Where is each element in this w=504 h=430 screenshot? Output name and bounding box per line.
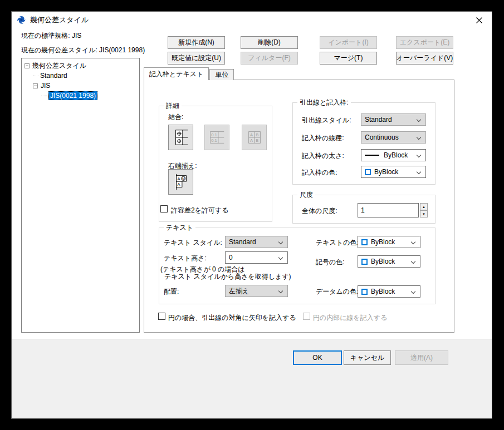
text-style-label: テキスト スタイル: <box>164 238 222 248</box>
delete-button[interactable]: 削除(D) <box>241 36 298 49</box>
cancel-button[interactable]: キャンセル <box>344 350 391 365</box>
frame-color-value: ByBlock <box>374 168 398 176</box>
text-color-combo[interactable]: ByBlock <box>358 236 420 248</box>
join-datum-icon: A B A B <box>245 127 264 147</box>
tree-connector <box>33 76 38 76</box>
tree-node-label-selected[interactable]: JIS(0021 1998) <box>48 91 97 100</box>
overall-scale-label: 全体の尺度: <box>302 206 337 216</box>
join-label: 結合: <box>168 112 183 122</box>
style-tree[interactable]: 幾何公差スタイル Standard JIS JIS(0021 1998) <box>21 58 140 333</box>
set-default-button[interactable]: 既定値に設定(U) <box>168 52 225 65</box>
symbol-color-value: ByBlock <box>371 258 395 265</box>
allow-tolerance2-label: 許容差2を許可する <box>171 206 229 215</box>
ok-button[interactable]: OK <box>293 350 342 365</box>
tree-node-label[interactable]: 幾何公差スタイル <box>32 61 86 71</box>
override-button[interactable]: オーバーライド(V) <box>396 52 453 65</box>
symbol-color-label: 記号の色: <box>316 258 345 267</box>
filter-button: フィルター(F) <box>241 52 298 65</box>
import-button: インポート(I) <box>320 36 377 49</box>
leader-style-value: Standard <box>365 116 392 123</box>
chevron-down-icon <box>417 117 421 122</box>
text-style-combo[interactable]: Standard <box>225 236 288 248</box>
frame-color-label: 記入枠の色: <box>302 168 337 177</box>
chevron-down-icon <box>278 255 283 260</box>
datum-color-value: ByBlock <box>371 288 395 295</box>
tree-node-label[interactable]: Standard <box>40 72 67 80</box>
scale-spin-down-button[interactable]: ▼ <box>420 210 428 218</box>
svg-text:A: A <box>249 132 253 137</box>
tree-node-jis-0021-1998[interactable]: JIS(0021 1998) <box>22 91 139 101</box>
frame-lineweight-value: ByBlock <box>384 151 408 159</box>
byblock-color-swatch <box>361 289 368 295</box>
frame-lineweight-combo[interactable]: ByBlock <box>361 149 426 161</box>
current-standard-label: 現在の標準規格: JIS <box>21 31 81 41</box>
datum-color-combo[interactable]: ByBlock <box>358 285 420 298</box>
right-align-button[interactable]: A M A <box>168 169 193 195</box>
app-icon <box>17 16 26 24</box>
export-button: エクスポート(E) <box>396 36 453 49</box>
arrow-on-circle-label: 円の場合、引出線の対角に矢印を記入する <box>168 313 296 323</box>
text-height-combo[interactable]: 0 <box>225 251 288 264</box>
join-datum-button: A B A B <box>242 125 267 150</box>
line-inside-circle-checkbox <box>303 313 310 320</box>
frame-and-text-panel: 詳細 結合: 0.1 0.1 <box>144 80 454 333</box>
tab-units[interactable]: 単位 <box>209 69 234 80</box>
svg-text:A: A <box>249 138 253 143</box>
leader-style-combo[interactable]: Standard <box>361 113 426 126</box>
tab-frame-and-text[interactable]: 記入枠とテキスト <box>144 67 209 80</box>
alignment-value: 左揃え <box>229 286 249 296</box>
join-tolerance-icon: 0.1 0.1 <box>208 127 227 147</box>
alignment-label: 配置: <box>164 287 179 296</box>
datum-color-label: データムの色: <box>316 287 358 296</box>
chevron-down-icon <box>417 170 421 174</box>
tree-node-root[interactable]: 幾何公差スタイル <box>22 61 139 71</box>
tree-collapse-icon[interactable] <box>25 63 30 68</box>
svg-text:0.1: 0.1 <box>211 132 217 137</box>
allow-tolerance2-checkbox[interactable] <box>160 205 168 212</box>
join-merge-button[interactable] <box>168 125 193 150</box>
leader-frame-group-title: 引出線と記入枠: <box>297 98 351 107</box>
symbol-color-combo[interactable]: ByBlock <box>358 255 420 268</box>
arrow-on-circle-checkbox[interactable] <box>158 313 165 320</box>
new-button[interactable]: 新規作成(N) <box>168 36 225 49</box>
join-merge-icon <box>172 127 190 147</box>
text-height-value: 0 <box>229 254 233 261</box>
text-height-note-line2: テキスト スタイルから高さを取得します) <box>164 272 291 281</box>
byblock-color-swatch <box>361 259 368 265</box>
tree-collapse-icon[interactable] <box>33 83 38 88</box>
titlebar: 幾何公差スタイル <box>12 12 492 28</box>
overall-scale-value: 1 <box>361 206 365 214</box>
join-tolerance-button: 0.1 0.1 <box>204 125 229 150</box>
line-inside-circle-label: 円の内部に線を記入する <box>313 313 387 323</box>
chevron-down-icon <box>417 135 421 140</box>
close-icon <box>476 17 482 23</box>
current-style-label: 現在の幾何公差スタイル: JIS(0021 1998) <box>21 46 145 55</box>
frame-linetype-label: 記入枠の線種: <box>302 134 344 143</box>
tree-node-label[interactable]: JIS <box>41 82 50 90</box>
chevron-down-icon <box>411 259 415 264</box>
frame-linetype-combo[interactable]: Continuous <box>361 131 426 144</box>
chevron-down-icon <box>278 289 283 293</box>
spin-down-icon: ▼ <box>422 212 425 216</box>
scale-group-title: 尺度 <box>297 190 315 200</box>
apply-button: 適用(A) <box>395 350 448 365</box>
leader-style-label: 引出線スタイル: <box>302 116 351 125</box>
byblock-color-swatch <box>365 169 371 175</box>
scale-spin-up-button[interactable]: ▲ <box>420 203 428 210</box>
alignment-combo[interactable]: 左揃え <box>225 285 288 297</box>
spin-up-icon: ▲ <box>422 205 425 209</box>
right-align-icon: A M A <box>172 172 190 192</box>
close-button[interactable] <box>467 12 492 28</box>
desktop: { "window": { "title": "幾何公差スタイル" }, "he… <box>0 0 504 430</box>
text-style-value: Standard <box>229 238 256 246</box>
svg-text:B: B <box>256 138 258 143</box>
frame-color-combo[interactable]: ByBlock <box>361 166 426 178</box>
merge-button[interactable]: マージ(T) <box>320 52 377 65</box>
text-color-label: テキストの色: <box>316 238 359 248</box>
tree-node-jis[interactable]: JIS <box>22 81 139 91</box>
frame-lineweight-label: 記入枠の太さ: <box>302 151 344 161</box>
chevron-down-icon <box>278 240 283 244</box>
tree-node-standard[interactable]: Standard <box>22 71 139 81</box>
overall-scale-input[interactable]: 1 <box>358 203 419 218</box>
frame-linetype-value: Continuous <box>365 134 399 141</box>
